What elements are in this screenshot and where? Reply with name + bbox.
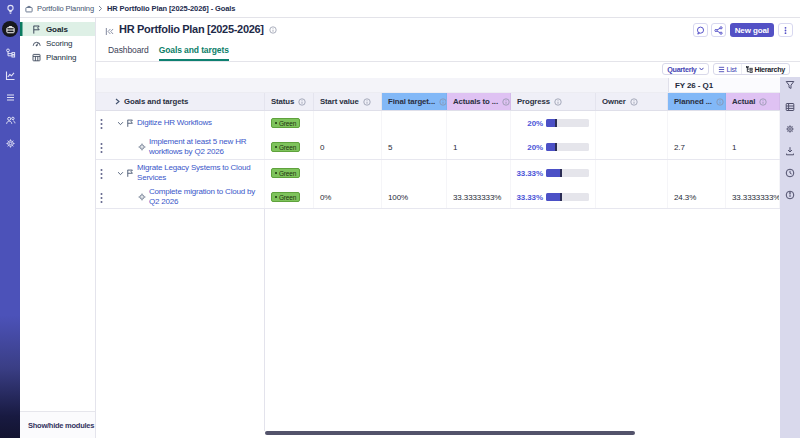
- right-toolbar-gear-icon[interactable]: [785, 124, 795, 134]
- sidebar-item-scoring[interactable]: Scoring: [20, 36, 95, 50]
- column-info-icon[interactable]: [363, 98, 371, 106]
- target-name-link[interactable]: Implement at least 5 new HR workflows by…: [149, 137, 264, 157]
- name-cell: Digitize HR Workflows: [95, 111, 265, 135]
- row-menu-button[interactable]: [99, 169, 104, 178]
- column-info-icon[interactable]: [630, 98, 638, 106]
- goal-name-link[interactable]: Digitize HR Workflows: [137, 118, 212, 128]
- status-badge[interactable]: Green: [271, 142, 300, 152]
- progress-label: 20%: [527, 119, 543, 128]
- right-toolbar-table-rows-icon[interactable]: [785, 102, 795, 112]
- column-info-icon[interactable]: [716, 98, 724, 106]
- show-hide-modules-button[interactable]: Show/hide modules: [20, 411, 95, 438]
- column-header-label: Actual: [732, 97, 755, 106]
- portfolio-icon: [25, 5, 33, 13]
- row-menu-button[interactable]: [99, 119, 104, 128]
- column-info-icon[interactable]: [502, 98, 510, 106]
- column-info-icon[interactable]: [554, 98, 562, 106]
- actual-cell: [726, 111, 780, 135]
- chart-icon: [5, 70, 16, 81]
- group-header-spacer: [95, 78, 668, 92]
- progress-label: 33.33%: [516, 193, 543, 202]
- owner-cell: [596, 186, 668, 208]
- column-header-actuals-to[interactable]: Actuals to ...: [447, 93, 511, 110]
- start-value-cell: [314, 160, 382, 186]
- table-header-row: Goals and targetsStatusStart valueFinal …: [95, 93, 780, 111]
- breadcrumb-current: HR Portfolio Plan [2025-2026] - Goals: [107, 4, 235, 13]
- owner-cell: [596, 111, 668, 135]
- sidebar-item-goals[interactable]: Goals: [20, 22, 95, 36]
- column-info-icon[interactable]: [439, 98, 447, 106]
- rail-item-users[interactable]: [0, 113, 20, 127]
- column-header-label: Start value: [320, 97, 359, 106]
- breadcrumb-root[interactable]: Portfolio Planning: [37, 4, 94, 13]
- status-cell: Green: [265, 111, 314, 135]
- breadcrumb-separator-icon: [98, 5, 103, 12]
- view-list-button[interactable]: List: [714, 64, 741, 74]
- tab-dashboard[interactable]: Dashboard: [108, 45, 149, 61]
- new-goal-button[interactable]: New goal: [730, 23, 774, 37]
- planning-icon: [32, 53, 41, 62]
- period-dropdown[interactable]: Quarterly: [662, 63, 708, 75]
- row-menu-button[interactable]: [99, 193, 104, 202]
- rail-item-hierarchy[interactable]: [0, 46, 20, 60]
- expand-all-icon[interactable]: [114, 98, 121, 105]
- progress-bar: [546, 193, 589, 201]
- header-actions: New goal: [693, 23, 793, 37]
- goal-name-link[interactable]: Migrate Legacy Systems to Cloud Services: [137, 163, 264, 183]
- right-toolbar-download-icon[interactable]: [785, 146, 795, 156]
- status-badge[interactable]: Green: [271, 168, 300, 178]
- column-info-icon[interactable]: [298, 98, 306, 106]
- progress-cell: 20%: [511, 135, 596, 159]
- column-header-label: Final target...: [388, 97, 435, 106]
- status-label: Green: [279, 120, 296, 127]
- column-divider: [264, 209, 265, 431]
- column-info-icon[interactable]: [759, 98, 767, 106]
- collapse-row-icon[interactable]: [117, 170, 124, 177]
- view-hierarchy-button[interactable]: Hierarchy: [741, 64, 789, 74]
- column-header-planned[interactable]: Planned ...: [668, 93, 726, 110]
- column-header-goals-and-targets[interactable]: Goals and targets: [95, 93, 265, 110]
- column-header-status[interactable]: Status: [265, 93, 314, 110]
- sidebar-item-label: Goals: [46, 25, 68, 34]
- right-toolbar-history-icon[interactable]: [785, 168, 795, 178]
- actuals-value: 33.3333333%: [453, 193, 501, 202]
- row-menu-button[interactable]: [99, 143, 104, 152]
- rail-item-briefcase[interactable]: [0, 20, 20, 38]
- breadcrumb: Portfolio Planning HR Portfolio Plan [20…: [20, 0, 800, 18]
- column-header-owner[interactable]: Owner: [596, 93, 668, 110]
- rail-item-lightbulb[interactable]: [0, 2, 20, 16]
- column-header-start-value[interactable]: Start value: [314, 93, 382, 110]
- status-badge[interactable]: Green: [271, 192, 300, 202]
- list-view-icon: [718, 66, 725, 73]
- collapse-panel-icon[interactable]: [105, 27, 114, 36]
- horizontal-scrollbar[interactable]: [265, 431, 635, 435]
- column-header-label: Goals and targets: [124, 97, 188, 106]
- rail-item-list[interactable]: [0, 90, 20, 104]
- planned-value: 2.7: [674, 143, 685, 152]
- status-badge[interactable]: Green: [271, 118, 300, 128]
- group-header-period: FY 26 - Q1: [668, 78, 780, 92]
- modules-panel: GoalsScoringPlanning Show/hide modules: [20, 18, 96, 438]
- right-toolbar: [780, 77, 800, 438]
- title-info-icon[interactable]: [269, 26, 278, 35]
- more-button[interactable]: [778, 23, 793, 37]
- flag-icon: [32, 25, 41, 34]
- column-header-progress[interactable]: Progress: [511, 93, 596, 110]
- target-name-link[interactable]: Complete migration to Cloud by Q2 2026: [149, 187, 264, 207]
- share-button[interactable]: [711, 23, 726, 37]
- right-toolbar-filter-icon[interactable]: [785, 80, 795, 90]
- column-header-final-target[interactable]: Final target...: [382, 93, 447, 110]
- progress-label: 33.33%: [516, 169, 543, 178]
- tab-goals-and-targets[interactable]: Goals and targets: [159, 45, 229, 61]
- column-header-actual[interactable]: Actual: [726, 93, 780, 110]
- sidebar-item-planning[interactable]: Planning: [20, 50, 95, 64]
- comment-button[interactable]: [693, 23, 708, 37]
- status-dot-icon: [275, 146, 278, 149]
- table-group-header-row: FY 26 - Q1: [95, 78, 780, 93]
- collapse-row-icon[interactable]: [117, 120, 124, 127]
- rail-item-gear[interactable]: [0, 136, 20, 150]
- rail-item-chart[interactable]: [0, 68, 20, 82]
- status-cell: Green: [265, 186, 314, 208]
- status-label: Green: [279, 194, 296, 201]
- right-toolbar-info-icon[interactable]: [785, 190, 795, 200]
